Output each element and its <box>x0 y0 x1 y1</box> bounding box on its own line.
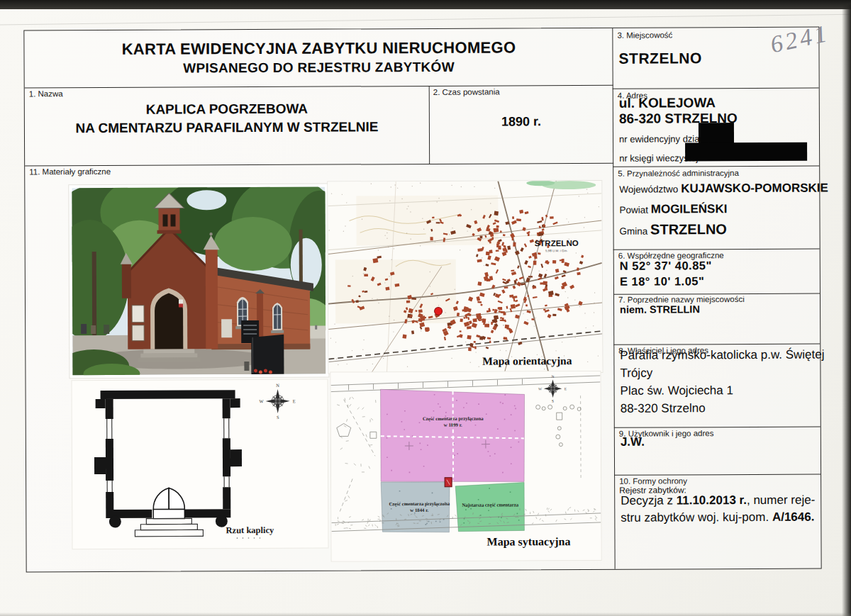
floor-plan-caption: Rzut kaplicy <box>226 525 275 535</box>
construction-date: 1890 r. <box>429 114 613 130</box>
divider-box9 <box>614 474 821 476</box>
site-marker-dot <box>435 307 443 315</box>
monument-name-line2: NA CMENTARZU PARAFILANYM W STRZELNIE <box>25 118 429 138</box>
owner-line1: Parafia rzymsko-katolicka p.w. Świętej <box>620 348 824 363</box>
voivodeship-label: Województwo <box>619 184 681 194</box>
field-label-poprzednie-nazwy: 7. Poprzednie nazwy miejscowości <box>618 295 745 304</box>
voivodeship-value: KUJAWSKO-POMORSKIE <box>681 181 828 196</box>
latitude-value: N 52° 37' 40.85" <box>620 259 712 273</box>
divider-box5 <box>613 249 820 251</box>
area-oldest-label: Najstarsza część cmentarza <box>462 502 518 507</box>
longitude-value: E 18° 10' 1.05" <box>620 274 705 289</box>
title-line1: KARTA EWIDENCYJNA ZABYTKU NIERUCHOMEGO <box>24 38 613 60</box>
address-street: ul. KOLEJOWA <box>619 95 716 111</box>
paper-edge-right <box>842 4 851 616</box>
voivodeship-row: Województwo KUJAWSKO-POMORSKIE <box>619 181 828 196</box>
field-label-nazwa: 1. Nazwa <box>29 89 63 98</box>
area-1844-label-line1: Część cmentarza przyłączona <box>389 501 450 506</box>
divider-box4 <box>613 166 819 168</box>
field-label-administracja: 5. Przynależność administracyjna <box>618 169 739 178</box>
heritage-record-card: KARTA EWIDENCYJNA ZABYTKU NIERUCHOMEGO W… <box>23 27 821 573</box>
svg-text:W: W <box>538 386 543 391</box>
svg-text:W: W <box>260 398 265 403</box>
svg-text:E: E <box>293 398 296 403</box>
protection-line2: stru zabytków woj. kuj-pom. A/1646. <box>621 510 814 525</box>
paper-edge-bottom <box>0 612 851 616</box>
situation-map: NESW Część cmentarza przyłączona w 1899 … <box>330 371 601 561</box>
field-label-ochrona: 10. Formy ochrony <box>619 476 687 485</box>
area-1844-label-line2: w 1844 r. <box>410 508 428 513</box>
decision-mid: , numer reje- <box>747 493 815 507</box>
compass-rose-icon: NESW <box>259 383 295 420</box>
decision-prefix: Decyzja z <box>621 493 677 507</box>
monument-name-line1: KAPLICA POGRZEBOWA <box>25 99 429 119</box>
card-title: KARTA EWIDENCYJNA ZABYTKU NIERUCHOMEGO W… <box>24 38 613 77</box>
redaction-bar-register <box>685 142 807 162</box>
area-1899-label-line1: Część cmentarza przyłączona <box>423 416 484 421</box>
owner-line4: 88-320 Strzelno <box>621 401 706 416</box>
orientation-map-image: STRZELNO 5,98 U.M. i Gm. Mapa orientacyj… <box>328 181 602 374</box>
map-town-sublabel: 5,98 U.M. i Gm. <box>545 249 568 252</box>
divider-box3 <box>613 88 819 90</box>
svg-text:N: N <box>276 383 279 388</box>
decision-line2: stru zabytków woj. kuj-pom. <box>621 510 772 525</box>
document-scan: 6241 KARTA EWIDENCYJNA ZABYTKU NIERUCHOM… <box>0 0 851 616</box>
town-value: STRZELNO <box>618 50 701 67</box>
chapel-photo-image <box>72 187 326 376</box>
paper-edge-line <box>0 13 851 26</box>
scanner-edge-top <box>0 0 851 9</box>
orientation-map-caption: Mapa orientacyjna <box>482 354 572 367</box>
svg-text:S: S <box>277 415 279 420</box>
field-label-miejscowosc: 3. Miejscowość <box>617 30 672 39</box>
svg-text:N: N <box>551 374 554 379</box>
monument-name: KAPLICA POGRZEBOWA NA CMENTARZU PARAFILA… <box>25 99 429 138</box>
redaction-bar-plot <box>699 123 734 144</box>
commune-label: Gmina <box>620 226 651 237</box>
divider-box8 <box>614 427 821 429</box>
county-label: Powiat <box>619 205 650 215</box>
former-name-value: niem. STRELLIN <box>620 303 700 315</box>
situation-map-caption: Mapa sytuacyjna <box>487 535 571 549</box>
commune-value: STRZELNO <box>650 221 727 237</box>
field-label-czas: 2. Czas powstania <box>433 88 500 96</box>
map-town-label: STRZELNO <box>535 239 579 247</box>
protection-line1: Decyzja z 11.10.2013 r., numer reje- <box>621 493 815 508</box>
divider-row2-bottom <box>25 163 613 167</box>
divider-box7 <box>613 344 820 346</box>
situation-map-image: NESW Część cmentarza przyłączona w 1899 … <box>330 371 601 561</box>
divider-right-column <box>612 28 616 569</box>
title-line2: WPISANEGO DO REJESTRU ZABYTKÓW <box>25 59 613 77</box>
county-value: MOGILEŃSKI <box>651 202 728 215</box>
floor-plan: NESW Rzut kaplicy <box>72 380 328 549</box>
area-1899-label-line2: w 1899 r. <box>444 422 462 427</box>
register-number: A/1646. <box>772 510 815 524</box>
divider-title-bottom <box>25 85 613 89</box>
county-row: Powiat MOGILEŃSKI <box>619 202 727 217</box>
user-value: J.W. <box>621 435 645 449</box>
commune-row: Gmina STRZELNO <box>620 221 727 238</box>
handwritten-inventory-number: 6241 <box>768 20 832 59</box>
floor-plan-image: NESW Rzut kaplicy <box>72 380 328 549</box>
orientation-map: STRZELNO 5,98 U.M. i Gm. Mapa orientacyj… <box>328 181 602 374</box>
svg-text:S: S <box>552 399 554 403</box>
decision-date: 11.10.2013 r. <box>677 493 747 507</box>
owner-line3: Plac św. Wojciecha 1 <box>621 383 733 398</box>
chapel-photo <box>69 184 328 379</box>
field-label-materialy: 11. Materiały graficzne <box>29 167 111 177</box>
owner-line2: Trójcy <box>620 366 652 381</box>
